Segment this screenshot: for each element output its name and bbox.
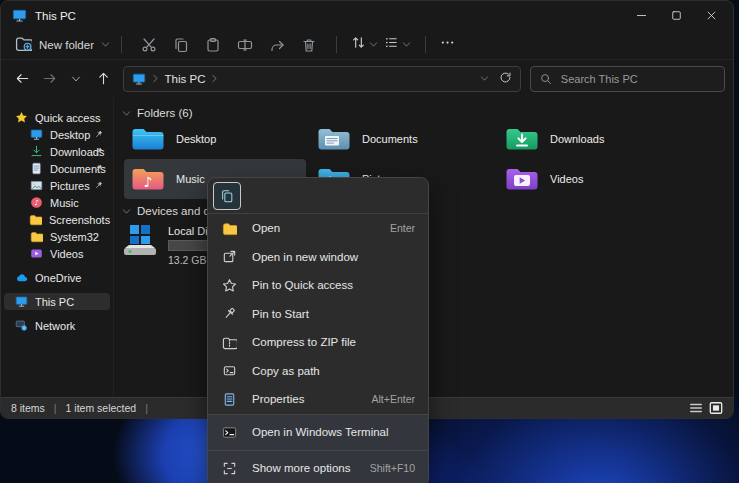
folder-tile-label: Downloads xyxy=(550,133,604,145)
music-icon: ♪ xyxy=(29,196,43,209)
menu-item-label: Copy as path xyxy=(252,365,320,377)
menu-item-show-more-options[interactable]: Show more optionsShift+F10 xyxy=(208,451,428,483)
copy-icon xyxy=(173,37,189,53)
new-folder-button[interactable]: New folder xyxy=(15,35,110,54)
folder-tile-label: Videos xyxy=(550,173,583,185)
sidebar-item-label: System32 xyxy=(50,231,99,243)
this-pc-icon xyxy=(132,72,146,86)
menu-item-open-in-new-window[interactable]: Open in new window xyxy=(208,243,428,272)
share-icon xyxy=(269,37,285,53)
minimize-button[interactable] xyxy=(624,1,659,30)
chevron-right-icon[interactable] xyxy=(210,74,219,83)
window-controls xyxy=(624,1,729,30)
toolbar-separator xyxy=(336,36,337,53)
sort-icon xyxy=(351,35,366,54)
copy-button[interactable] xyxy=(165,37,197,53)
address-bar[interactable]: This PC xyxy=(123,66,521,92)
folder-tile-downloads[interactable]: Downloads xyxy=(498,119,680,159)
toolbar-separator xyxy=(121,36,122,53)
folder-videos-icon xyxy=(505,165,539,193)
drive-icon xyxy=(120,223,160,257)
menu-item-shortcut: Enter xyxy=(390,222,415,234)
sidebar-item-screenshots[interactable]: Screenshots xyxy=(4,211,110,228)
pin-icon xyxy=(94,164,103,173)
command-toolbar: New folder xyxy=(1,30,733,60)
this-pc-icon xyxy=(14,295,28,308)
folder-tile-desktop[interactable]: Desktop xyxy=(124,119,306,159)
copy-button[interactable] xyxy=(213,182,241,210)
sidebar-item-onedrive[interactable]: OneDrive xyxy=(4,269,110,286)
details-view-button[interactable] xyxy=(689,401,703,415)
sort-button[interactable] xyxy=(351,35,378,54)
menu-item-open[interactable]: OpenEnter xyxy=(208,214,428,243)
folder-music-icon: ♪ xyxy=(131,165,165,193)
menu-item-pin-to-quick-access[interactable]: Pin to Quick access xyxy=(208,271,428,300)
rename-button[interactable] xyxy=(229,37,261,53)
recent-locations-button[interactable] xyxy=(64,74,89,84)
sidebar-item-desktop[interactable]: Desktop xyxy=(4,126,110,143)
sidebar-item-label: OneDrive xyxy=(35,272,81,284)
sidebar-item-network[interactable]: Network xyxy=(4,317,110,334)
search-input[interactable] xyxy=(559,72,693,86)
sidebar-item-music[interactable]: ♪Music xyxy=(4,194,110,211)
address-dropdown-icon[interactable] xyxy=(480,74,489,83)
title-bar[interactable]: This PC xyxy=(1,1,733,30)
paste-button[interactable] xyxy=(197,37,229,53)
pin-icon xyxy=(94,181,103,190)
forward-button[interactable] xyxy=(37,71,62,86)
menu-item-label: Compress to ZIP file xyxy=(252,336,356,348)
sidebar-item-videos[interactable]: Videos xyxy=(4,245,110,262)
breadcrumb[interactable]: This PC xyxy=(165,73,206,85)
more-options-button[interactable] xyxy=(440,35,455,54)
back-button[interactable] xyxy=(10,71,35,86)
collapse-icon xyxy=(122,109,131,118)
folder-desktop-icon xyxy=(131,125,165,153)
search-box[interactable] xyxy=(530,66,725,92)
menu-item-label: Open in Windows Terminal xyxy=(252,426,389,438)
menu-item-shortcut: Alt+Enter xyxy=(372,393,415,405)
view-button[interactable] xyxy=(384,35,411,54)
sidebar-item-pictures[interactable]: Pictures xyxy=(4,177,110,194)
status-separator: | xyxy=(54,402,57,414)
folder-tile-videos[interactable]: Videos xyxy=(498,159,680,199)
address-row: This PC xyxy=(1,60,733,97)
menu-item-copy-as-path[interactable]: Copy as path xyxy=(208,357,428,386)
svg-text:♪: ♪ xyxy=(34,198,39,207)
sidebar-item-downloads[interactable]: Downloads xyxy=(4,143,110,160)
sidebar-item-label: Desktop xyxy=(50,129,90,141)
videos-icon xyxy=(29,247,43,260)
window-title: This PC xyxy=(35,10,76,22)
sidebar-item-system32[interactable]: System32 xyxy=(4,228,110,245)
view-icon xyxy=(384,35,399,54)
sidebar-item-quick-access[interactable]: Quick access xyxy=(4,109,110,126)
large-buttons-view-icon[interactable] xyxy=(709,401,723,415)
delete-button[interactable] xyxy=(293,37,325,53)
cut-icon xyxy=(141,37,157,53)
sidebar-item-documents[interactable]: Documents xyxy=(4,160,110,177)
network-icon xyxy=(14,319,28,332)
menu-item-open-in-windows-terminal[interactable]: Open in Windows Terminal xyxy=(208,415,428,450)
toolbar-separator xyxy=(425,36,426,53)
refresh-button[interactable] xyxy=(499,71,512,86)
up-button[interactable] xyxy=(91,71,116,86)
menu-item-properties[interactable]: PropertiesAlt+Enter xyxy=(208,385,428,414)
folder-icon xyxy=(29,213,42,226)
sidebar-item-label: Pictures xyxy=(50,180,90,192)
menu-item-compress-to-zip-file[interactable]: Compress to ZIP file xyxy=(208,328,428,357)
chevron-down-icon xyxy=(101,40,110,49)
selected-count: 1 item selected xyxy=(66,402,137,414)
folder-tile-label: Music xyxy=(176,173,205,185)
share-button[interactable] xyxy=(261,37,293,53)
maximize-button[interactable] xyxy=(659,1,694,30)
folder-tile-documents[interactable]: Documents xyxy=(310,119,492,159)
close-button[interactable] xyxy=(694,1,729,30)
folder-tile-label: Documents xyxy=(362,133,418,145)
cut-button[interactable] xyxy=(133,37,165,53)
chevron-down-icon xyxy=(369,40,378,49)
menu-item-label: Show more options xyxy=(252,462,350,474)
sidebar-item-this-pc[interactable]: This PC xyxy=(4,293,110,310)
show-more-icon xyxy=(221,461,238,476)
menu-item-pin-to-start[interactable]: Pin to Start xyxy=(208,300,428,329)
folders-section-header[interactable]: Folders (6) xyxy=(122,107,193,119)
more-icon xyxy=(440,35,455,54)
